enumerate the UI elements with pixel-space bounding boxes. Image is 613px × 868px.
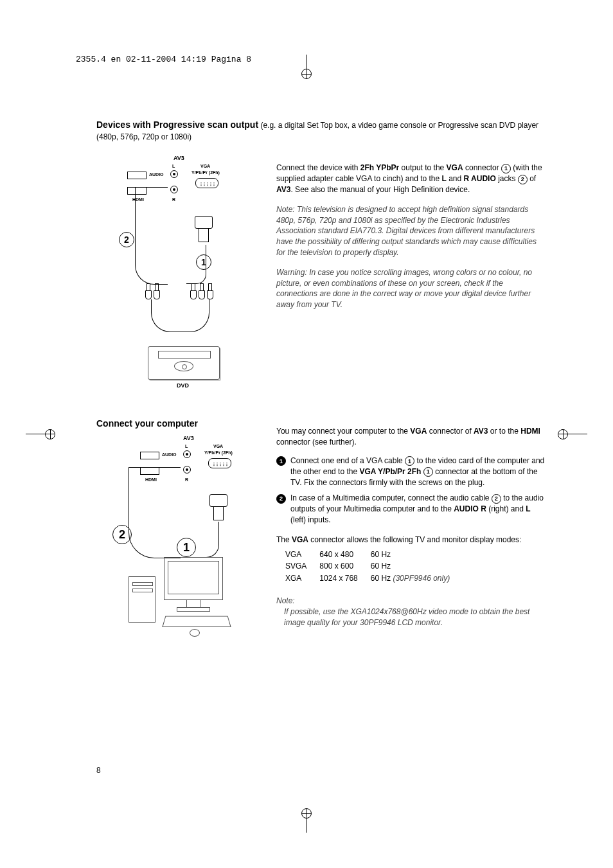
registration-mark-left xyxy=(26,429,55,439)
step-marker-1: 1 xyxy=(276,456,286,466)
section1-warning: Warning: In case you notice scrolling im… xyxy=(276,267,546,310)
table-row: XGA 1024 x 768 60 Hz (30PF9946 only) xyxy=(285,573,461,584)
inline-callout-1c: 1 xyxy=(423,467,433,477)
note-label: Note: xyxy=(276,596,546,607)
label-av3: AV3 xyxy=(173,155,184,161)
label-audio-2: AUDIO xyxy=(162,452,177,457)
table-row: VGA 640 x 480 60 Hz xyxy=(285,549,461,560)
rca-l-jack-2 xyxy=(183,450,191,458)
dvd-player-icon xyxy=(148,346,220,380)
hdmi-port-icon-2 xyxy=(140,452,159,459)
diagram-pc-connection: AV3 L AUDIO HDMI R VGA Y/Pb/Pr (2Fh) xyxy=(96,435,257,634)
label-audio: AUDIO xyxy=(149,172,164,177)
section-progressive-scan: Devices with Progressive scan output (e.… xyxy=(96,119,546,380)
hdmi-port-icon xyxy=(127,172,147,179)
step-1: 1 Connect one end of a VGA cable 1 to th… xyxy=(276,456,546,488)
label-dvd: DVD xyxy=(177,382,189,389)
label-vga: VGA xyxy=(200,164,210,168)
registration-mark-top xyxy=(301,55,312,79)
display-modes-table: VGA 640 x 480 60 Hz SVGA 800 x 600 60 Hz… xyxy=(284,548,463,585)
callout-2: 2 xyxy=(119,232,134,247)
vga-plug-icon-2 xyxy=(209,494,228,520)
inline-callout-1b: 1 xyxy=(405,456,414,466)
label-ypbpr: Y/Pb/Pr (2Fh) xyxy=(191,170,220,175)
section2-intro: You may connect your computer to the VGA… xyxy=(276,426,546,448)
section1-note: Note: This television is designed to acc… xyxy=(276,204,546,258)
label-vga-2: VGA xyxy=(213,444,223,448)
section-connect-computer: Connect your computer AV3 L AUDIO HDMI R xyxy=(96,418,546,634)
prepress-header: 2355.4 en 02-11-2004 14:19 Pagina 8 xyxy=(76,55,251,64)
vga-port-icon-2 xyxy=(208,458,231,468)
computer-icon xyxy=(129,557,238,634)
label-l: L xyxy=(172,164,175,168)
modes-intro: The VGA connector allows the following T… xyxy=(276,535,546,545)
registration-mark-right xyxy=(558,429,587,439)
label-av3-2: AV3 xyxy=(183,435,194,441)
registration-mark-bottom xyxy=(301,808,312,833)
table-row: SVGA 800 x 600 60 Hz xyxy=(285,561,461,572)
page-number: 8 xyxy=(96,766,101,775)
inline-callout-2b: 2 xyxy=(492,494,501,504)
vga-plug-icon xyxy=(194,216,213,242)
label-r: R xyxy=(172,197,175,202)
section1-title: Devices with Progressive scan output xyxy=(96,120,258,130)
rca-plugs-video xyxy=(190,283,213,299)
section2-heading: Connect your computer xyxy=(96,418,263,429)
rca-l-jack xyxy=(170,170,178,178)
label-r-2: R xyxy=(185,477,188,482)
rca-r-jack-2 xyxy=(183,466,191,474)
rca-plugs-audio xyxy=(145,283,159,299)
step-2: 2 In case of a Multimedia computer, conn… xyxy=(276,493,546,525)
note-body: If possible, use the XGA1024x768@60Hz vi… xyxy=(284,607,546,628)
inline-callout-2: 2 xyxy=(518,175,528,184)
content-area: Devices with Progressive scan output (e.… xyxy=(96,119,546,634)
inline-callout-1: 1 xyxy=(501,164,511,173)
label-l-2: L xyxy=(185,444,188,448)
diagram-dvd-connection: AV3 L AUDIO HDMI R VGA Y/Pb/Pr (2Fh) xyxy=(96,155,263,380)
page: 2355.4 en 02-11-2004 14:19 Pagina 8 Devi… xyxy=(0,0,613,868)
vga-port-icon xyxy=(195,178,218,188)
section1-connect-paragraph: Connect the device with 2Fh YPbPr output… xyxy=(276,163,546,195)
step-marker-2: 2 xyxy=(276,494,286,504)
label-ypbpr-2: Y/Pb/Pr (2Fh) xyxy=(204,450,233,455)
rca-r-jack xyxy=(170,186,178,193)
